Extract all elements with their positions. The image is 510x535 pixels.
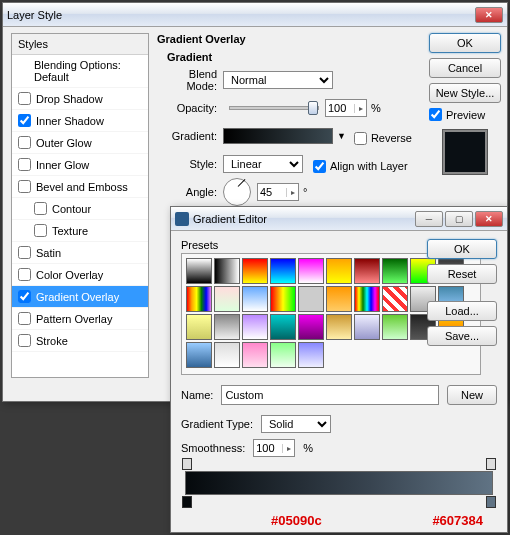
- gradient-editor-buttons: OK Reset Load... Save...: [427, 239, 497, 351]
- gradient-picker[interactable]: [223, 128, 333, 144]
- angle-dial[interactable]: [223, 178, 251, 206]
- close-icon[interactable]: ✕: [475, 7, 503, 23]
- style-item-inner-glow[interactable]: Inner Glow: [12, 154, 148, 176]
- style-item-texture[interactable]: Texture: [12, 220, 148, 242]
- angle-input[interactable]: ▸: [257, 183, 299, 201]
- preset-swatch[interactable]: [214, 286, 240, 312]
- style-checkbox[interactable]: [18, 158, 31, 171]
- style-item-bevel-and-emboss[interactable]: Bevel and Emboss: [12, 176, 148, 198]
- style-item-gradient-overlay[interactable]: Gradient Overlay: [12, 286, 148, 308]
- blend-mode-label: Blend Mode:: [157, 68, 223, 92]
- gradient-name-input[interactable]: [221, 385, 439, 405]
- preset-swatch[interactable]: [186, 342, 212, 368]
- preset-swatch[interactable]: [242, 286, 268, 312]
- new-gradient-button[interactable]: New: [447, 385, 497, 405]
- preset-swatch[interactable]: [354, 286, 380, 312]
- preset-swatch[interactable]: [326, 258, 352, 284]
- app-icon: [175, 212, 189, 226]
- opacity-stop-left[interactable]: [182, 458, 192, 470]
- style-item-stroke[interactable]: Stroke: [12, 330, 148, 352]
- preset-swatch[interactable]: [242, 258, 268, 284]
- cancel-button[interactable]: Cancel: [429, 58, 501, 78]
- style-checkbox[interactable]: [18, 334, 31, 347]
- styles-header[interactable]: Styles: [12, 34, 148, 55]
- panel-title: Gradient Overlay: [157, 33, 427, 45]
- minimize-icon[interactable]: ─: [415, 211, 443, 227]
- preset-swatch[interactable]: [270, 258, 296, 284]
- opacity-label: Opacity:: [157, 102, 223, 114]
- preset-swatch[interactable]: [382, 314, 408, 340]
- ge-save-button[interactable]: Save...: [427, 326, 497, 346]
- gradient-editor-titlebar[interactable]: Gradient Editor ─ ▢ ✕: [171, 207, 507, 231]
- smoothness-input[interactable]: ▸: [253, 439, 295, 457]
- preset-swatch[interactable]: [214, 314, 240, 340]
- preset-swatch[interactable]: [186, 258, 212, 284]
- gradient-editor-title: Gradient Editor: [193, 213, 413, 225]
- blending-options-item[interactable]: Blending Options: Default: [12, 55, 148, 88]
- maximize-icon[interactable]: ▢: [445, 211, 473, 227]
- style-item-outer-glow[interactable]: Outer Glow: [12, 132, 148, 154]
- new-style-button[interactable]: New Style...: [429, 83, 501, 103]
- preset-swatch[interactable]: [186, 286, 212, 312]
- close-icon[interactable]: ✕: [475, 211, 503, 227]
- style-item-drop-shadow[interactable]: Drop Shadow: [12, 88, 148, 110]
- style-item-inner-shadow[interactable]: Inner Shadow: [12, 110, 148, 132]
- preset-swatch[interactable]: [298, 342, 324, 368]
- style-select[interactable]: Linear: [223, 155, 303, 173]
- style-label: Style:: [157, 158, 223, 170]
- preset-swatch[interactable]: [214, 258, 240, 284]
- style-checkbox[interactable]: [34, 202, 47, 215]
- style-checkbox[interactable]: [18, 180, 31, 193]
- preset-swatch[interactable]: [270, 286, 296, 312]
- opacity-stop-right[interactable]: [486, 458, 496, 470]
- ge-load-button[interactable]: Load...: [427, 301, 497, 321]
- style-checkbox[interactable]: [18, 290, 31, 303]
- preset-swatch[interactable]: [214, 342, 240, 368]
- preset-swatch[interactable]: [298, 314, 324, 340]
- gradient-editor-dialog: Gradient Editor ─ ▢ ✕ Presets OK Reset L…: [170, 206, 508, 533]
- preview-checkbox[interactable]: Preview: [429, 108, 501, 121]
- style-checkbox[interactable]: [18, 268, 31, 281]
- preset-swatch[interactable]: [382, 286, 408, 312]
- preset-swatch[interactable]: [326, 286, 352, 312]
- preset-swatch[interactable]: [186, 314, 212, 340]
- ge-ok-button[interactable]: OK: [427, 239, 497, 259]
- reverse-checkbox[interactable]: Reverse: [354, 132, 412, 145]
- gradient-bar[interactable]: [185, 471, 493, 495]
- style-item-contour[interactable]: Contour: [12, 198, 148, 220]
- color-stop-left[interactable]: [182, 496, 192, 508]
- blend-mode-select[interactable]: Normal: [223, 71, 333, 89]
- style-checkbox[interactable]: [18, 312, 31, 325]
- gradient-label: Gradient:: [157, 130, 223, 142]
- style-checkbox[interactable]: [18, 92, 31, 105]
- preset-swatch[interactable]: [354, 258, 380, 284]
- preset-swatch[interactable]: [242, 314, 268, 340]
- hex-left: #05090c: [271, 513, 322, 528]
- style-checkbox[interactable]: [34, 224, 47, 237]
- ge-reset-button[interactable]: Reset: [427, 264, 497, 284]
- layer-style-titlebar[interactable]: Layer Style ✕: [3, 3, 507, 27]
- style-item-pattern-overlay[interactable]: Pattern Overlay: [12, 308, 148, 330]
- preset-swatch[interactable]: [270, 314, 296, 340]
- style-checkbox[interactable]: [18, 246, 31, 259]
- preset-swatch[interactable]: [382, 258, 408, 284]
- preset-swatch[interactable]: [326, 314, 352, 340]
- gradient-type-select[interactable]: Solid: [261, 415, 331, 433]
- opacity-slider[interactable]: [229, 106, 319, 110]
- style-item-color-overlay[interactable]: Color Overlay: [12, 264, 148, 286]
- align-checkbox[interactable]: Align with Layer: [313, 160, 408, 173]
- ok-button[interactable]: OK: [429, 33, 501, 53]
- gradient-type-label: Gradient Type:: [181, 418, 253, 430]
- style-item-satin[interactable]: Satin: [12, 242, 148, 264]
- preset-swatch[interactable]: [354, 314, 380, 340]
- preset-swatch[interactable]: [270, 342, 296, 368]
- gradient-dropdown-icon[interactable]: ▼: [337, 131, 346, 141]
- preset-swatch[interactable]: [298, 258, 324, 284]
- color-stop-right[interactable]: [486, 496, 496, 508]
- preset-swatch[interactable]: [242, 342, 268, 368]
- preset-swatch[interactable]: [298, 286, 324, 312]
- style-checkbox[interactable]: [18, 114, 31, 127]
- smoothness-label: Smoothness:: [181, 442, 245, 454]
- opacity-input[interactable]: ▸: [325, 99, 367, 117]
- style-checkbox[interactable]: [18, 136, 31, 149]
